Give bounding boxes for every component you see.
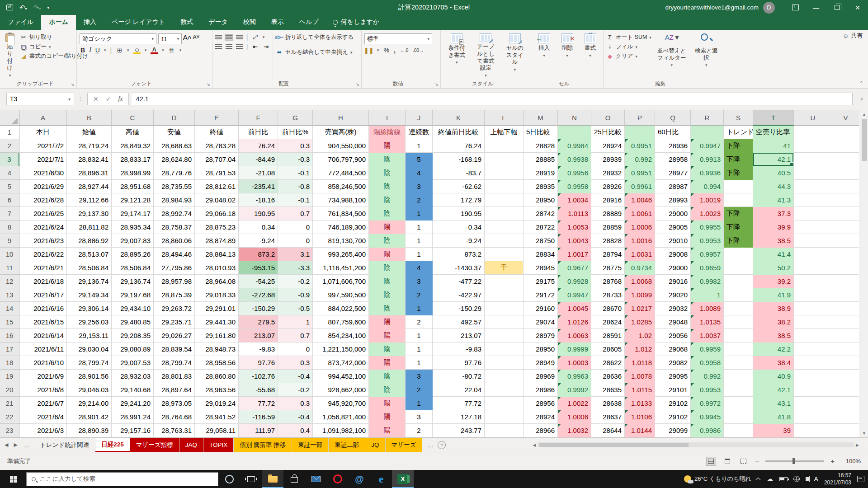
cell-H10[interactable]: 993,265,400 — [313, 248, 369, 261]
cell-J21[interactable]: 1 — [406, 397, 433, 410]
cell-Q4[interactable]: 28977 — [655, 166, 691, 180]
cell-S22[interactable] — [724, 410, 753, 424]
decrease-font-icon[interactable]: A˅ — [193, 33, 200, 41]
cell-Q6[interactable]: 28993 — [655, 193, 691, 207]
cell-H3[interactable]: 706,797,900 — [313, 153, 369, 166]
cell-K7[interactable]: 190.95 — [433, 207, 485, 221]
cell-L5[interactable] — [485, 180, 524, 193]
store-button[interactable] — [283, 470, 305, 488]
cell-P19[interactable]: 1.0078 — [625, 370, 655, 383]
cell-C13[interactable]: 29,197.68 — [112, 288, 154, 302]
cell-C15[interactable]: 29,480.85 — [112, 315, 154, 329]
cell-O5[interactable]: 28926 — [591, 180, 625, 193]
cell-G19[interactable]: -0.4 — [278, 370, 313, 383]
cell-G13[interactable]: -0.9 — [278, 288, 313, 302]
cell-D11[interactable]: 27,795.86 — [154, 261, 195, 275]
cell-O13[interactable]: 28733 — [591, 288, 625, 302]
close-button[interactable]: ✕ — [847, 0, 868, 15]
cell-I13[interactable]: 陰 — [369, 288, 406, 302]
cell-F15[interactable]: 279.5 — [239, 315, 278, 329]
cell-P12[interactable]: 1.0068 — [625, 275, 655, 288]
row-header-16[interactable]: 16 — [0, 329, 19, 343]
cell-B22[interactable]: 28,901.42 — [67, 410, 112, 424]
cell-F21[interactable]: 77.72 — [239, 397, 278, 410]
cell-H21[interactable]: 945,920,700 — [313, 397, 369, 410]
row-header-2[interactable]: 2 — [0, 139, 19, 153]
cell-H20[interactable]: 928,662,000 — [313, 383, 369, 397]
cell-K8[interactable]: 0.34 — [433, 221, 485, 234]
excel-taskbar-button[interactable]: X — [392, 470, 414, 488]
decrease-decimal-icon[interactable]: .00→ — [413, 48, 424, 53]
cell-D6[interactable]: 28,984.93 — [154, 193, 195, 207]
ribbon-tab-校閲[interactable]: 校閲 — [236, 15, 264, 30]
ribbon-tab-数式[interactable]: 数式 — [173, 15, 201, 30]
cell-U23[interactable] — [794, 424, 832, 437]
cell-L16[interactable] — [485, 329, 524, 343]
cell-V9[interactable] — [832, 234, 859, 248]
cell-K22[interactable]: 127.18 — [433, 410, 485, 424]
cell-D10[interactable]: 28,494.46 — [154, 248, 195, 261]
row-header-13[interactable]: 13 — [0, 288, 19, 302]
cell-V15[interactable] — [832, 315, 859, 329]
sheet-tab-東証一部[interactable]: 東証一部 — [292, 438, 329, 452]
ribbon-tab-ページ レイアウト[interactable]: ページ レイアウト — [104, 15, 173, 30]
cell-B21[interactable]: 29,214.00 — [67, 397, 112, 410]
cell-I20[interactable]: 陰 — [369, 383, 406, 397]
cell-F10[interactable]: 873.2 — [239, 248, 278, 261]
cell-Q14[interactable]: 29032 — [655, 302, 691, 315]
cell-K3[interactable]: -168.19 — [433, 153, 485, 166]
cell-F17[interactable]: -9.83 — [239, 343, 278, 356]
vertical-scrollbar[interactable]: ▲ ▼ — [860, 110, 868, 437]
cell-F11[interactable]: -953.15 — [239, 261, 278, 275]
cell-O18[interactable]: 28622 — [591, 356, 625, 370]
cell-U10[interactable] — [794, 248, 832, 261]
cell-R11[interactable]: 0.9659 — [691, 261, 724, 275]
cell-T10[interactable]: 41.4 — [753, 248, 794, 261]
cell-M19[interactable]: 28969 — [524, 370, 558, 383]
cell-H1[interactable]: 売買高(株) — [313, 126, 369, 139]
cell-B12[interactable]: 29,136.74 — [67, 275, 112, 288]
cell-M13[interactable]: 29172 — [524, 288, 558, 302]
decrease-indent-icon[interactable]: ⇤ — [252, 43, 259, 50]
cell-A10[interactable]: 2021/6/22 — [19, 248, 67, 261]
cell-H9[interactable]: 819,130,700 — [313, 234, 369, 248]
cell-L21[interactable] — [485, 397, 524, 410]
cell-A23[interactable]: 2021/6/3 — [19, 424, 67, 437]
cell-V14[interactable] — [832, 302, 859, 315]
autosum-button[interactable]: Σオート SUM ▾ — [606, 33, 651, 41]
cell-T3[interactable]: 42.1 — [753, 153, 794, 166]
column-header-T[interactable]: T — [753, 110, 794, 126]
italic-button[interactable]: I — [89, 47, 91, 54]
cell-Q17[interactable]: 29068 — [655, 343, 691, 356]
cell-K21[interactable]: 77.72 — [433, 397, 485, 410]
cell-P14[interactable]: 1.0217 — [625, 302, 655, 315]
cell-J3[interactable]: 5 — [406, 153, 433, 166]
cell-B18[interactable]: 28,799.74 — [67, 356, 112, 370]
cell-C12[interactable]: 29,136.74 — [112, 275, 154, 288]
cell-K12[interactable]: -477.22 — [433, 275, 485, 288]
cell-P8[interactable]: 1.0006 — [625, 221, 655, 234]
sheet-tab-マザーズ指標[interactable]: マザーズ指標 — [130, 438, 179, 452]
find-select-button[interactable]: 検索と選択▾ — [692, 32, 721, 80]
cell-N22[interactable]: 1.0006 — [558, 410, 591, 424]
cell-E19[interactable]: 28,860.80 — [195, 370, 239, 383]
cell-J15[interactable]: 2 — [406, 315, 433, 329]
cell-F14[interactable]: -150.29 — [239, 302, 278, 315]
row-header-1[interactable]: 1 — [0, 126, 19, 139]
cell-B19[interactable]: 28,901.56 — [67, 370, 112, 383]
cell-U16[interactable] — [794, 329, 832, 343]
cell-J7[interactable]: 1 — [406, 207, 433, 221]
cell-R23[interactable]: 0.9986 — [691, 424, 724, 437]
cell-L13[interactable] — [485, 288, 524, 302]
cell-B15[interactable]: 29,256.03 — [67, 315, 112, 329]
align-middle-icon[interactable] — [226, 35, 232, 40]
cell-T9[interactable]: 38.5 — [753, 234, 794, 248]
cell-L17[interactable] — [485, 343, 524, 356]
cell-E8[interactable]: 28,875.23 — [195, 221, 239, 234]
cell-E14[interactable]: 29,291.01 — [195, 302, 239, 315]
cell-Q12[interactable]: 29016 — [655, 275, 691, 288]
cell-S13[interactable] — [724, 288, 753, 302]
cell-R8[interactable]: 0.9955 — [691, 221, 724, 234]
cell-G6[interactable]: -0.1 — [278, 193, 313, 207]
cell-P2[interactable]: 0.9951 — [625, 139, 655, 153]
